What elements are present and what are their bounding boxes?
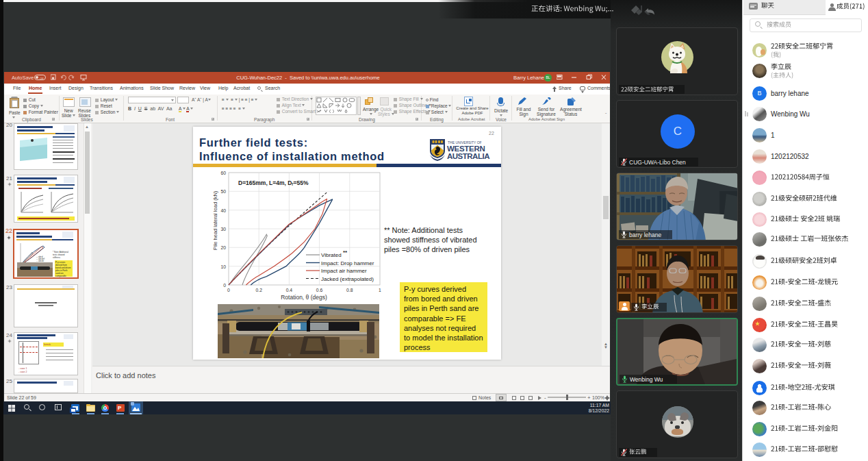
- svg-text:Impact: Drop hammer: Impact: Drop hammer: [321, 260, 374, 266]
- svg-text:60: 60: [220, 171, 226, 175]
- svg-text:30: 30: [220, 227, 226, 232]
- svg-text:0.6: 0.6: [316, 288, 323, 292]
- svg-text:Impact air hammer: Impact air hammer: [321, 268, 367, 274]
- svg-text:**: **: [343, 249, 348, 256]
- svg-text:0: 0: [223, 283, 226, 288]
- svg-text:Pile head lateral load (kN): Pile head lateral load (kN): [212, 190, 218, 250]
- svg-text:0: 0: [227, 288, 230, 292]
- svg-text:1: 1: [379, 288, 381, 292]
- svg-text:0.2: 0.2: [255, 288, 262, 292]
- svg-text:Vibrated: Vibrated: [321, 252, 342, 258]
- svg-text:20: 20: [220, 245, 226, 250]
- svg-text:Jacked (extrapolated): Jacked (extrapolated): [321, 276, 374, 282]
- svg-text:10: 10: [220, 264, 226, 269]
- svg-text:AUSTRALIA: AUSTRALIA: [447, 152, 489, 160]
- svg-text:D=165mm, L=4m, Dᵣ=55%: D=165mm, L=4m, Dᵣ=55%: [238, 179, 309, 186]
- svg-text:0.4: 0.4: [286, 288, 293, 292]
- svg-text:50: 50: [220, 189, 226, 194]
- svg-text:Rotation, θ (degs): Rotation, θ (degs): [281, 294, 327, 301]
- svg-text:40: 40: [220, 208, 226, 213]
- svg-text:0.8: 0.8: [346, 288, 353, 292]
